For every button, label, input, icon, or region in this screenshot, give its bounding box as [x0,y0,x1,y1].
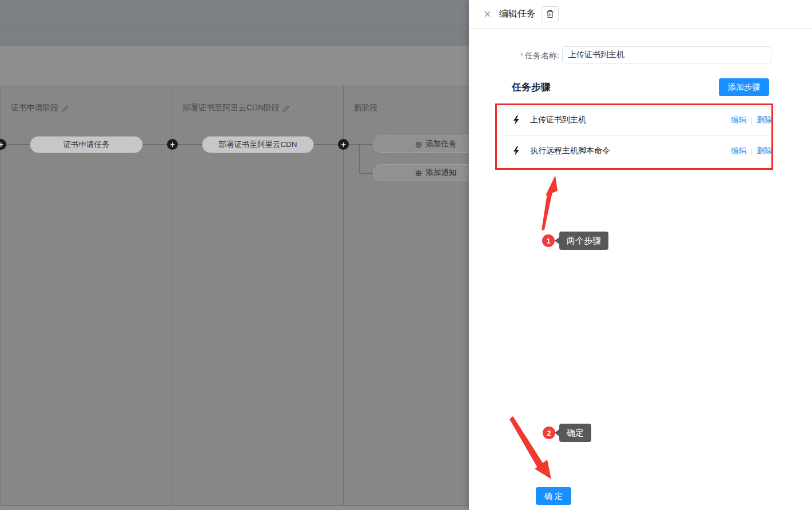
task-name-label-text: 任务名称: [525,51,559,60]
link-separator: | [751,146,753,155]
edit-pencil-icon[interactable] [282,105,290,112]
edit-task-drawer: × 编辑任务 *任务名称: 任务步骤 添加步骤 上传证书到主机 编辑 | 删除 … [469,0,812,510]
app-header-bar [0,25,469,46]
tooltip-notch [555,237,560,245]
step-edit-link[interactable]: 编辑 [731,115,747,125]
lightning-icon [513,146,521,156]
trash-icon [546,10,554,18]
insert-stage-button-3[interactable]: + [338,139,349,150]
add-step-button[interactable]: 添加步骤 [719,78,769,96]
app-titlebar [0,0,469,25]
step-row[interactable]: 上传证书到主机 编辑 | 删除 [503,105,772,136]
plus-icon: + [170,141,174,149]
stage-title-2: 部署证书至阿里云CDN阶段 [182,103,290,113]
insert-stage-button-2[interactable]: + [167,139,178,150]
annotation-badge-2: 2 [543,427,555,439]
badge-number: 1 [546,237,550,245]
annotation-arrow-up [536,173,565,232]
add-task-node[interactable]: ⊕ 添加任务 [373,136,469,153]
step-edit-link[interactable]: 编辑 [731,146,747,156]
annotation-arrow-down [507,414,566,484]
drawer-header: × 编辑任务 [469,0,812,29]
lightning-icon [513,115,521,125]
stage-title-1-text: 证书申请阶段 [11,103,59,113]
stage-title-1: 证书申请阶段 [11,103,69,113]
task-node-2-label: 部署证书至阿里云CDN [218,140,297,150]
close-icon[interactable]: × [484,8,491,21]
annotation-tooltip-2: 确定 [559,424,591,442]
edit-pencil-icon[interactable] [62,105,69,112]
task-name-label: *任务名称: [514,51,559,61]
task-name-input[interactable] [562,46,771,63]
steps-section-heading: 任务步骤 [512,81,551,94]
step-name: 执行远程主机脚本命令 [530,146,610,156]
link-separator: | [751,116,753,125]
add-notice-node[interactable]: ⊕ 添加通知 [373,164,469,181]
delete-task-button[interactable] [542,6,559,22]
confirm-button[interactable]: 确 定 [536,487,571,505]
canvas-bottom-strip [0,505,469,510]
task-node-1-label: 证书申请任务 [63,140,110,150]
annotation-tooltip-1: 两个步骤 [559,232,608,250]
step-delete-link[interactable]: 删除 [757,115,772,125]
drawer-title: 编辑任务 [499,8,536,20]
step-delete-link[interactable]: 删除 [757,146,772,156]
workflow-canvas: 证书申请阶段 部署证书至阿里云CDN阶段 新阶段 证书申请任务 部署证书至阿里云… [0,86,469,505]
branch-connector-line [359,144,360,173]
plus-icon: + [0,141,3,149]
step-name: 上传证书到主机 [530,115,586,125]
stage-title-2-text: 部署证书至阿里云CDN阶段 [182,103,280,113]
annotation-badge-1: 1 [542,234,555,247]
task-node-deploy-cdn[interactable]: 部署证书至阿里云CDN [202,136,314,153]
workflow-toolbar [0,46,469,86]
tooltip-notch [555,429,560,437]
required-mark: * [520,51,523,60]
plus-icon: + [341,141,345,149]
badge-number: 2 [547,429,551,437]
circle-plus-icon: ⊕ [415,169,423,177]
circle-plus-icon: ⊕ [415,140,423,149]
step-row[interactable]: 执行远程主机脚本命令 编辑 | 删除 [503,136,772,166]
add-task-label: 添加任务 [425,139,456,149]
add-notice-label: 添加通知 [425,168,456,178]
stage-title-3: 新阶段 [354,103,378,113]
task-node-certificate-apply[interactable]: 证书申请任务 [30,136,143,153]
stage-title-3-text: 新阶段 [354,103,378,113]
